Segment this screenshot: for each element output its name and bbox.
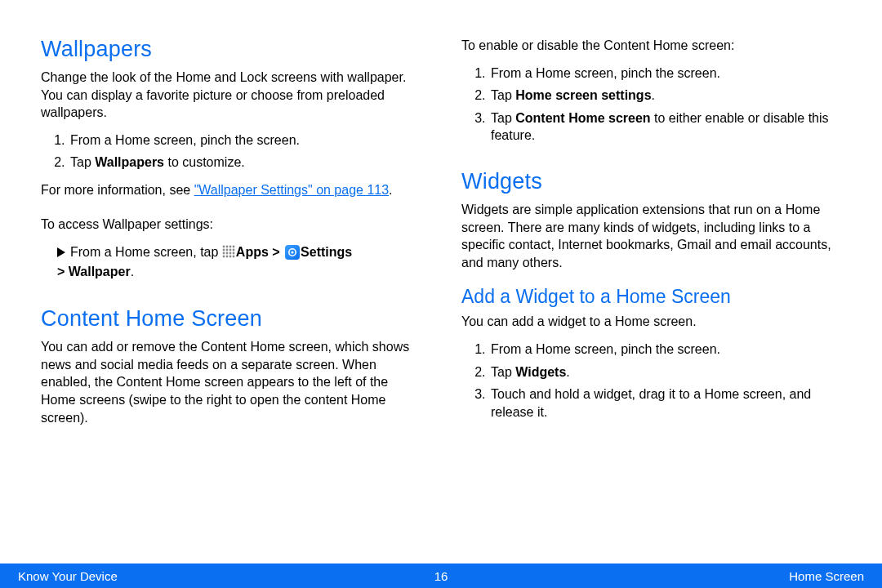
list-item: From a Home screen, pinch the screen. — [489, 341, 841, 359]
svg-point-15 — [232, 256, 234, 258]
enable-intro: To enable or disable the Content Home sc… — [461, 37, 841, 55]
add-widget-intro: You can add a widget to a Home screen. — [461, 313, 841, 331]
svg-point-10 — [229, 252, 231, 255]
text: Tap — [491, 111, 515, 125]
list-item: Touch and hold a widget, drag it to a Ho… — [489, 385, 841, 421]
text: to customize. — [164, 155, 245, 169]
svg-point-1 — [225, 246, 228, 248]
enable-steps: From a Home screen, pinch the screen. Ta… — [461, 65, 841, 145]
text: Tap — [491, 365, 515, 379]
play-arrow-icon — [57, 247, 65, 257]
settings-label: Settings — [301, 245, 352, 259]
list-item: Tap Wallpapers to customize. — [69, 154, 421, 172]
text: Tap — [491, 88, 515, 102]
svg-point-9 — [225, 252, 228, 255]
wallpapers-intro: Change the look of the Home and Lock scr… — [41, 69, 421, 122]
settings-gear-icon — [285, 245, 300, 260]
svg-point-5 — [225, 249, 228, 252]
heading-widgets: Widgets — [461, 169, 841, 194]
footer-right: Home Screen — [789, 569, 864, 583]
svg-point-14 — [229, 256, 231, 258]
text: Tap — [70, 155, 95, 169]
text: . — [652, 88, 655, 102]
svg-point-4 — [222, 249, 225, 252]
wallpaper-label: Wallpaper — [69, 265, 131, 278]
left-column: Wallpapers Change the look of the Home a… — [41, 37, 421, 588]
heading-wallpapers: Wallpapers — [41, 37, 421, 62]
list-item: Tap Widgets. — [489, 363, 841, 381]
heading-add-widget: Add a Widget to a Home Screen — [461, 286, 841, 308]
widgets-intro: Widgets are simple application extension… — [461, 201, 841, 271]
text: For more information, see — [41, 183, 194, 197]
svg-point-13 — [225, 256, 228, 258]
svg-point-8 — [222, 252, 225, 255]
list-item: From a Home screen, pinch the screen. — [489, 65, 841, 82]
bold-text: Wallpapers — [95, 155, 164, 169]
svg-point-2 — [229, 246, 231, 248]
svg-point-3 — [232, 246, 234, 248]
text: > — [57, 265, 69, 278]
svg-point-11 — [232, 252, 234, 255]
list-item: Tap Home screen settings. — [489, 87, 841, 105]
svg-point-12 — [222, 256, 225, 258]
apps-label: Apps — [236, 245, 269, 259]
content-intro: You can add or remove the Content Home s… — [41, 338, 421, 426]
wallpaper-settings-link[interactable]: "Wallpaper Settings" on page 113 — [194, 183, 389, 197]
bold-text: Home screen settings — [515, 88, 651, 102]
access-path-line: From a Home screen, tap Apps > Settings … — [41, 243, 421, 282]
access-intro: To access Wallpaper settings: — [41, 216, 421, 234]
svg-point-17 — [291, 252, 293, 254]
svg-point-6 — [229, 249, 231, 252]
svg-point-0 — [222, 246, 225, 248]
page-footer: Know Your Device 16 Home Screen — [0, 564, 882, 588]
manual-page: Wallpapers Change the look of the Home a… — [0, 0, 882, 588]
text: . — [566, 365, 569, 379]
bold-text: Content Home screen — [515, 111, 650, 125]
list-item: From a Home screen, pinch the screen. — [69, 131, 421, 149]
svg-point-7 — [232, 249, 234, 252]
more-info: For more information, see "Wallpaper Set… — [41, 181, 421, 199]
text: From a Home screen, tap — [70, 245, 222, 259]
text: . — [131, 265, 134, 278]
wallpapers-steps: From a Home screen, pinch the screen. Ta… — [41, 131, 421, 172]
page-number: 16 — [434, 569, 448, 583]
bold-text: Widgets — [515, 365, 566, 379]
apps-grid-icon — [222, 244, 235, 257]
text: . — [389, 183, 392, 197]
add-widget-steps: From a Home screen, pinch the screen. Ta… — [461, 341, 841, 421]
right-column: To enable or disable the Content Home sc… — [461, 37, 841, 588]
heading-content-home-screen: Content Home Screen — [41, 306, 421, 332]
text: > — [269, 245, 283, 259]
footer-left: Know Your Device — [18, 569, 118, 583]
list-item: Tap Content Home screen to either enable… — [489, 109, 841, 145]
